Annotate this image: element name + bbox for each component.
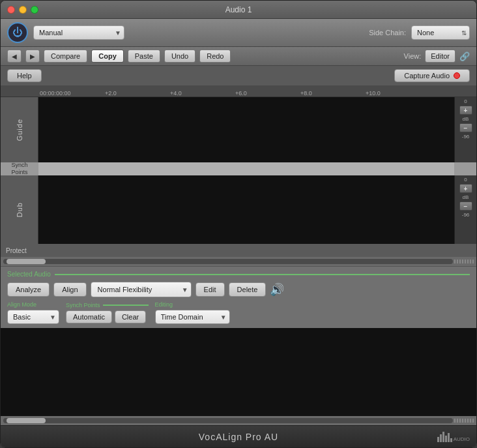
manual-dropdown[interactable]: Manual	[33, 25, 124, 40]
ruler-tick-4: +8.0	[300, 90, 312, 97]
synch-points-line	[103, 305, 149, 306]
bottom-scroll-thumb[interactable]	[7, 418, 46, 423]
footer: VocALign Pro AU AUDIO	[1, 425, 476, 447]
bottom-scroll	[1, 416, 476, 425]
btick-4	[462, 419, 463, 423]
automatic-button[interactable]: Automatic	[66, 310, 112, 323]
speaker-icon: 🔊	[270, 282, 284, 297]
view-label: View:	[404, 52, 422, 60]
titlebar: Audio 1	[1, 1, 476, 19]
editing-label: Editing	[155, 301, 230, 308]
synch-points-group: Synch Points Automatic Clear	[66, 302, 149, 323]
scroll-thumb[interactable]	[7, 259, 46, 264]
dub-meter-bottom: -96	[462, 212, 470, 218]
scroll-tick-6	[467, 260, 469, 263]
paste-button[interactable]: Paste	[128, 50, 160, 63]
protect-label: Protect	[6, 247, 27, 254]
ruler-tick-0: 00:00:00:00	[40, 90, 71, 97]
editor-button[interactable]: Editor	[425, 50, 455, 63]
editing-dropdown[interactable]: Time Domain	[155, 310, 230, 324]
scroll-track[interactable]	[3, 259, 453, 264]
clear-button[interactable]: Clear	[115, 310, 146, 323]
dub-label-area: Dub	[1, 175, 38, 244]
scroll-tick-1	[454, 260, 455, 263]
manual-dropdown-wrapper: Manual ▼	[33, 25, 124, 40]
main-window: Audio 1 ⏻ Manual ▼ Side Chain: None ⇅ ◀ …	[0, 0, 477, 448]
dub-meter-minus[interactable]: −	[459, 202, 472, 211]
guide-meter-minus[interactable]: −	[459, 123, 472, 132]
controls-row: Analyze Align Normal Flexibility ▼ Edit …	[7, 282, 470, 297]
controls-area: Selected Audio Analyze Align Normal Flex…	[1, 266, 476, 328]
minimize-button[interactable]	[19, 6, 27, 14]
guide-waveform	[38, 97, 454, 162]
logo-bar-4	[445, 436, 447, 442]
logo-label: AUDIO	[454, 436, 470, 442]
side-chain-dropdown[interactable]: None	[411, 25, 470, 40]
dub-section: Dub 0 + dB − -96	[1, 175, 476, 244]
dub-meter-db: dB	[463, 194, 469, 200]
redo-button[interactable]: Redo	[199, 50, 231, 63]
guide-meter: 0 + dB − -96	[454, 97, 476, 162]
capture-indicator	[454, 72, 460, 79]
logo-bar-3	[442, 432, 444, 442]
edit-button[interactable]: Edit	[195, 282, 225, 297]
delete-button[interactable]: Delete	[229, 282, 267, 297]
dub-waveform	[38, 175, 454, 244]
synch-track	[38, 162, 454, 175]
guide-label-area: Guide	[1, 97, 38, 162]
logo-bar-1	[437, 437, 439, 442]
toolbar-row2: ◀ ▶ Compare Copy Paste Undo Redo View: E…	[1, 47, 476, 66]
link-icon: 🔗	[459, 52, 470, 61]
btick-2	[457, 419, 458, 423]
synch-label-line1: Synch	[1, 162, 38, 169]
footer-title: VocALign Pro AU	[199, 432, 278, 442]
dub-meter-plus[interactable]: +	[459, 184, 472, 193]
synch-label-area: Synch Points	[1, 162, 38, 176]
dub-meter-top: 0	[464, 177, 467, 183]
ruler-ticks: 00:00:00:00 +2.0 +4.0 +6.0 +8.0 +10.0	[40, 85, 476, 97]
capture-label: Capture Audio	[404, 72, 450, 80]
guide-meter-plus[interactable]: +	[459, 106, 472, 115]
scroll-tick-3	[459, 260, 461, 263]
synch-points-controls: Automatic Clear	[66, 310, 149, 323]
flexibility-dropdown-wrapper: Normal Flexibility ▼	[91, 282, 192, 297]
maximize-button[interactable]	[31, 6, 38, 14]
forward-button[interactable]: ▶	[25, 50, 40, 63]
guide-section: Guide 0 + dB − -96	[1, 97, 476, 162]
align-mode-controls: Basic ▼	[7, 310, 59, 324]
help-row: Help Capture Audio	[1, 66, 476, 85]
scrollbar-row	[1, 257, 476, 266]
analyze-button[interactable]: Analyze	[7, 282, 50, 297]
sub-controls-row: Align Mode Basic ▼ Synch Points	[7, 301, 470, 324]
protect-area: Protect	[1, 244, 476, 266]
power-button[interactable]: ⏻	[7, 22, 28, 43]
guide-label: Guide	[16, 119, 23, 141]
compare-button[interactable]: Compare	[44, 50, 87, 63]
bottom-scroll-track[interactable]	[3, 418, 453, 423]
basic-dropdown[interactable]: Basic	[7, 310, 59, 324]
main-content: Help Capture Audio 00:00:00:00 +2.0 +4.0…	[1, 66, 476, 447]
undo-button[interactable]: Undo	[164, 50, 195, 63]
window-title: Audio 1	[225, 5, 252, 14]
scroll-tick-4	[462, 260, 463, 263]
btick-5	[465, 419, 466, 423]
copy-button[interactable]: Copy	[91, 50, 124, 63]
editing-group: Editing Time Domain ▼	[155, 301, 230, 324]
bottom-scroll-ticks	[454, 419, 474, 423]
back-button[interactable]: ◀	[7, 50, 22, 63]
align-button[interactable]: Align	[53, 282, 86, 297]
btick-3	[459, 419, 461, 423]
selected-audio-row: Selected Audio	[7, 271, 470, 278]
side-chain-dropdown-wrapper: None ⇅	[411, 25, 470, 40]
selected-audio-label: Selected Audio	[7, 271, 51, 278]
toolbar-row1: ⏻ Manual ▼ Side Chain: None ⇅	[1, 19, 476, 47]
close-button[interactable]	[7, 6, 15, 14]
ruler-tick-5: +10.0	[366, 90, 381, 97]
dub-label: Dub	[16, 202, 23, 217]
window-controls	[7, 6, 38, 14]
help-button[interactable]: Help	[7, 69, 42, 82]
btick-6	[467, 419, 469, 423]
guide-meter-top: 0	[464, 98, 467, 104]
capture-button[interactable]: Capture Audio	[394, 69, 470, 82]
flexibility-dropdown[interactable]: Normal Flexibility	[91, 282, 192, 297]
